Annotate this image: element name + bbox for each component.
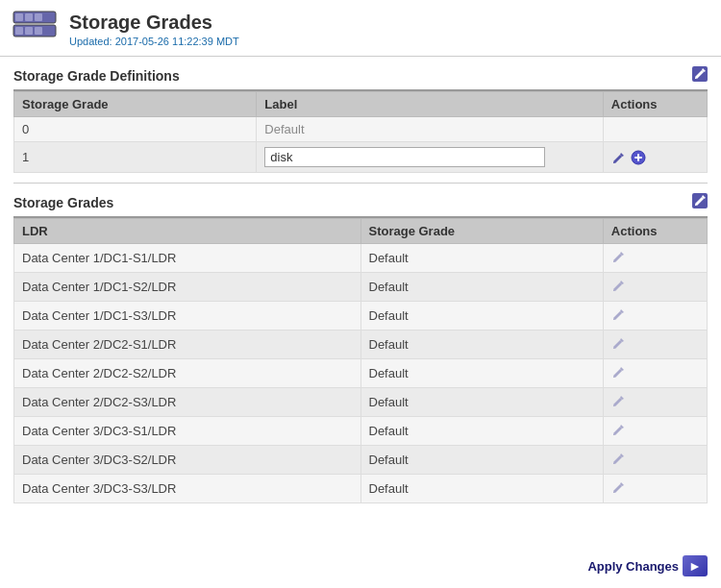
grade-ldr-cell: Data Center 1/DC1-S3/LDR xyxy=(14,302,361,331)
page-subtitle: Updated: 2017-05-26 11:22:39 MDT xyxy=(69,36,239,47)
table-row: Data Center 2/DC2-S2/LDRDefault xyxy=(14,359,708,388)
grade-ldr-cell: Data Center 2/DC2-S1/LDR xyxy=(14,331,361,359)
def-action-icons xyxy=(611,150,699,165)
table-row: 1 xyxy=(14,142,708,173)
grade-ldr-cell: Data Center 3/DC3-S1/LDR xyxy=(14,417,361,446)
add-icon[interactable] xyxy=(631,150,646,165)
grades-section-header: Storage Grades xyxy=(13,193,708,218)
edit-pencil-icon[interactable] xyxy=(611,451,627,466)
grade-actions-cell xyxy=(603,417,707,446)
edit-pencil-icon[interactable] xyxy=(611,335,627,351)
col-header-actions: Actions xyxy=(603,92,707,117)
grade-sg-cell: Default xyxy=(360,359,603,388)
edit-pencil-icon[interactable] xyxy=(611,278,627,293)
apply-changes-button[interactable]: Apply Changes ► xyxy=(587,555,708,576)
def-actions-cell xyxy=(603,142,707,173)
table-row: 0Default xyxy=(14,117,708,142)
grades-table: LDR Storage Grade Actions Data Center 1/… xyxy=(13,218,708,503)
grade-ldr-cell: Data Center 2/DC2-S2/LDR xyxy=(14,359,361,388)
grades-table-header-row: LDR Storage Grade Actions xyxy=(14,219,708,244)
definitions-section: Storage Grade Definitions Storage Grade … xyxy=(0,57,721,183)
grade-sg-cell: Default xyxy=(360,388,603,417)
table-row: Data Center 3/DC3-S3/LDRDefault xyxy=(14,475,708,503)
edit-pencil-icon[interactable] xyxy=(611,249,627,264)
grade-actions-cell xyxy=(603,359,707,388)
grade-ldr-cell: Data Center 3/DC3-S3/LDR xyxy=(14,475,361,503)
edit-pencil-icon[interactable] xyxy=(611,150,627,165)
grade-sg-cell: Default xyxy=(360,244,603,273)
grade-actions-cell xyxy=(603,302,707,331)
svg-rect-5 xyxy=(15,27,23,35)
col-header-ldr: LDR xyxy=(14,219,361,244)
grade-sg-cell: Default xyxy=(360,331,603,359)
definitions-edit-icon[interactable] xyxy=(692,66,708,86)
grade-actions-cell xyxy=(603,475,707,503)
edit-pencil-icon[interactable] xyxy=(611,306,627,322)
grade-actions-cell xyxy=(603,446,707,475)
def-grade-cell: 1 xyxy=(14,142,257,173)
svg-rect-2 xyxy=(25,13,33,21)
grade-actions-cell xyxy=(603,244,707,273)
header-text: Storage Grades Updated: 2017-05-26 11:22… xyxy=(69,12,239,47)
grade-sg-cell: Default xyxy=(360,302,603,331)
grades-section: Storage Grades LDR Storage Grade Actions… xyxy=(0,184,721,513)
grade-sg-cell: Default xyxy=(360,417,603,446)
def-actions-cell xyxy=(603,117,707,142)
grades-edit-icon[interactable] xyxy=(692,193,708,212)
table-row: Data Center 2/DC2-S1/LDRDefault xyxy=(14,331,708,359)
svg-rect-6 xyxy=(25,27,33,35)
apply-changes-label: Apply Changes xyxy=(587,559,679,574)
table-row: Data Center 2/DC2-S3/LDRDefault xyxy=(14,388,708,417)
svg-rect-3 xyxy=(35,13,42,21)
apply-changes-arrow-icon: ► xyxy=(683,555,708,576)
col-header-label: Label xyxy=(257,92,604,117)
grade-ldr-cell: Data Center 2/DC2-S3/LDR xyxy=(14,388,361,417)
table-row: Data Center 1/DC1-S2/LDRDefault xyxy=(14,273,708,302)
grade-actions-cell xyxy=(603,273,707,302)
definitions-section-header: Storage Grade Definitions xyxy=(13,66,708,91)
definitions-table: Storage Grade Label Actions 0Default1 xyxy=(13,91,708,173)
grade-ldr-cell: Data Center 3/DC3-S2/LDR xyxy=(14,446,361,475)
def-label-cell: Default xyxy=(257,117,604,142)
page-header: Storage Grades Updated: 2017-05-26 11:22… xyxy=(0,0,721,57)
edit-pencil-icon[interactable] xyxy=(611,364,627,380)
table-row: Data Center 1/DC1-S3/LDRDefault xyxy=(14,302,708,331)
svg-rect-7 xyxy=(35,27,42,35)
grade-ldr-cell: Data Center 1/DC1-S2/LDR xyxy=(14,273,361,302)
table-row: Data Center 1/DC1-S1/LDRDefault xyxy=(14,244,708,273)
table-row: Data Center 3/DC3-S1/LDRDefault xyxy=(14,417,708,446)
grade-sg-cell: Default xyxy=(360,475,603,503)
grade-ldr-cell: Data Center 1/DC1-S1/LDR xyxy=(14,244,361,273)
def-grade-cell: 0 xyxy=(14,117,257,142)
edit-pencil-icon[interactable] xyxy=(611,479,627,495)
col-header-storage-grade2: Storage Grade xyxy=(360,219,603,244)
edit-pencil-icon[interactable] xyxy=(611,422,627,437)
definitions-title: Storage Grade Definitions xyxy=(13,68,180,84)
storage-grades-icon xyxy=(12,10,58,48)
grade-sg-cell: Default xyxy=(360,273,603,302)
col-header-storage-grade: Storage Grade xyxy=(14,92,257,117)
def-label-input[interactable] xyxy=(264,147,545,167)
apply-changes-area: Apply Changes ► xyxy=(587,555,708,576)
table-row: Data Center 3/DC3-S2/LDRDefault xyxy=(14,446,708,475)
col-header-actions2: Actions xyxy=(603,219,707,244)
grade-sg-cell: Default xyxy=(360,446,603,475)
page-title: Storage Grades xyxy=(69,12,239,34)
def-label-cell[interactable] xyxy=(257,142,604,173)
grade-actions-cell xyxy=(603,388,707,417)
definitions-table-header-row: Storage Grade Label Actions xyxy=(14,92,708,117)
grade-actions-cell xyxy=(603,331,707,359)
svg-rect-1 xyxy=(15,13,23,21)
edit-pencil-icon[interactable] xyxy=(611,393,627,408)
grades-title: Storage Grades xyxy=(13,195,113,210)
